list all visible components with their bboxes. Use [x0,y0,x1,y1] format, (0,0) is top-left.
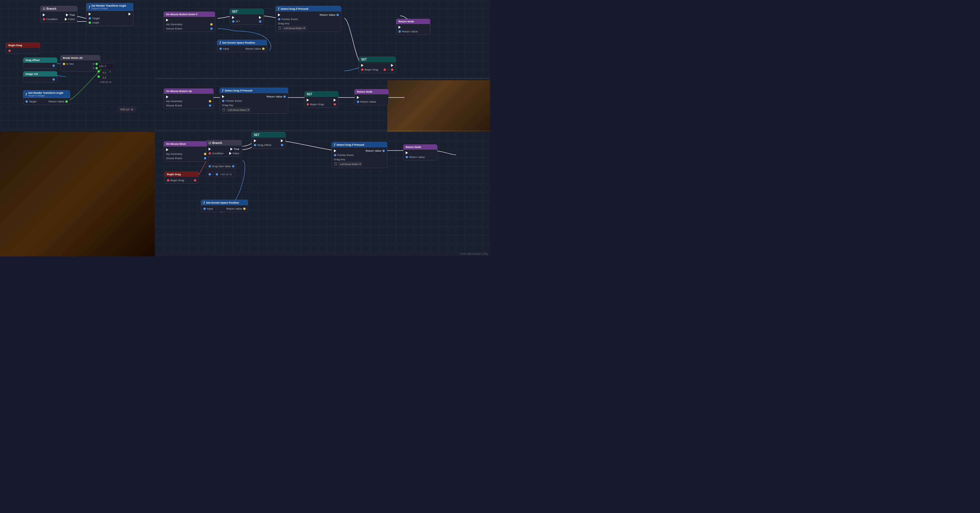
my-geo-pin [209,100,211,102]
set-drag-offset-header: SET [251,132,285,138]
left-mouse-dropdown-1[interactable]: Left Mouse Button ▾ [283,26,306,30]
on-mouse-up-header: On Mouse Button Up [164,89,213,94]
left-mouse-dropdown-3[interactable]: Left Mouse Button ▾ [339,162,362,166]
mouse-event-pin [209,104,211,107]
mouse-icon-2 [222,108,226,111]
condition-pin [43,18,45,21]
begin-drag-pin [361,68,363,71]
function-icon: ƒ [89,5,91,9]
exec-in [398,26,401,29]
branch-bottom-header: ⬡ Branch [206,140,242,146]
break-vector2d-node: Break Vector 2D In Vec X Y [60,55,100,72]
return-node-1: Return Node Return Value [396,19,430,35]
left-mouse-dropdown-2[interactable]: Left Mouse Button ▾ [227,108,250,112]
drag-offset-pin [254,144,256,146]
detect-drag-3-header: ƒ Detect Drag if Pressed [332,142,387,148]
begin-drag-x [391,68,393,71]
exec-in [307,98,309,102]
return-3-header: Return Node [403,145,437,150]
return-2-header: Return Node [355,89,388,94]
exec-out [129,13,131,16]
detect-drag-2-header: ƒ Detect Drag if Pressed [220,88,288,93]
drag-start-value-field: Drag Start Value [206,164,237,169]
pointer-pin [278,18,280,21]
section-divider-1 [155,130,490,131]
set-drag-start-header: SET [230,9,264,14]
drag-offset-node: Drag Offset [23,57,57,69]
exec-true-pin [66,13,68,16]
branch-bottom-node: ⬡ Branch True Condition False [206,140,242,157]
image-out-pin [52,78,55,81]
set-render-transform-node: ƒ Set Render Transform Angle Target is W… [86,3,134,26]
begin-drag-out [194,179,196,181]
func-icon2: ƒ [220,41,221,44]
return-pin [337,14,339,16]
get-screen-space-1-node: ƒ Get Screen Space Position Input Return… [217,40,267,52]
my-geo-pin [210,23,213,25]
mouse-icon [278,26,282,30]
begin-drag-pin [307,103,309,105]
exec-out [391,64,393,67]
func-icon4: ƒ [222,89,224,92]
begin-drag-out [383,68,386,71]
get-screen-space-2-node: ƒ Get Screen Space Position Input Return… [201,200,248,212]
return-pin [283,95,286,98]
on-mouse-button-up-node: On Mouse Button Up My Geometry Mouse Eve… [164,88,214,109]
branch-exec-in: True [40,13,77,17]
on-mouse-move-header: On Mouse Move [164,141,208,146]
return-val-pin [65,100,68,103]
func-icon6: ƒ [204,201,205,204]
exec-true [231,148,233,151]
add-pin-bottom-2[interactable]: Add pin ⊕ [219,173,233,176]
condition-pin [208,152,211,154]
get-render-header: ƒ Get Render Transform Angle Target is W… [23,91,70,98]
return-node-3: Return Node Return Value [403,144,438,160]
set-render-body: Target Angle [86,11,133,26]
detect-drag-1-header: ƒ Detect Drag if Pressed [276,6,341,11]
detect-drag-2-node: ƒ Detect Drag if Pressed Return Value Po… [220,87,288,114]
on-mouse-down-header: On Mouse Button Down 0 [164,12,215,17]
on-mouse-move-node: On Mouse Move My Geometry Mouse Event [164,141,209,162]
watermark: CSDN @tianxiaojie_blog [459,253,488,255]
minus-add-pin-area: – Add pin ⊕ [206,172,236,177]
begin-drag-pin [8,49,11,52]
exec-in [89,13,91,16]
get-render-transform-node: ƒ Get Render Transform Angle Target is W… [23,90,70,105]
set-begin-drag-1-node: SET Begin Drag ✓ [359,57,396,73]
return-pin [382,150,385,152]
begin-drag-pin [167,179,169,181]
input-pin [204,208,206,210]
drag-offset-header: Drag Offset [23,58,57,63]
drag-offset-out [281,144,283,146]
pointer-pin [334,154,336,156]
exec-false-pin [65,18,67,21]
exec-in-pin [43,13,45,16]
set-begin-drag-2-node: SET Begin Drag [304,91,339,108]
mouse-event-pin [210,27,213,30]
input-pin [220,48,222,50]
image-122-node: Image 122 [23,71,57,83]
mouse-icon-3 [334,162,337,166]
drag-start-out [259,21,261,23]
return-1-header: Return Node [396,19,430,24]
in-vec-pin [63,63,65,65]
get-screen-space-1-header: ƒ Get Screen Space Position [217,40,267,45]
exec-in [208,148,211,151]
return-pin [243,208,246,210]
begin-drag-top-node: Begin Drag [6,43,40,54]
exec-in [361,64,363,67]
add-pin-button[interactable]: Add pin ⊕ [97,80,114,84]
return-val-in [357,101,359,103]
begin-drag-bottom-node: Begin Drag Begin Drag [164,172,199,184]
begin-drag-bottom-header: Begin Drag [165,172,199,177]
section-divider-2 [155,78,490,79]
mouse-event-pin [204,157,206,159]
exec-out [281,139,283,142]
exec-out [259,16,261,19]
exec-in [278,13,280,16]
drag-offset-out [52,65,55,67]
func-icon: ƒ [25,93,27,96]
return-val-in [398,30,401,33]
exec-in [334,149,336,152]
add-pin-bottom[interactable]: Add pin ⊕ [118,106,136,113]
